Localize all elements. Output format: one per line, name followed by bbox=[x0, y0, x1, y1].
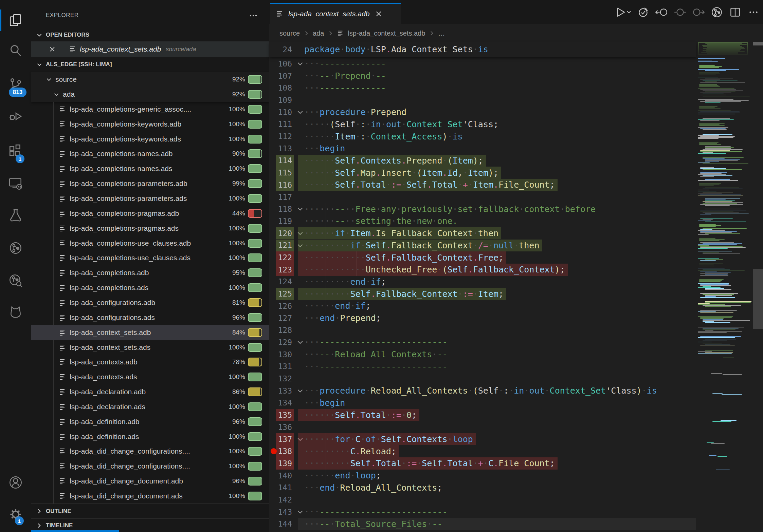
line-number[interactable]: 108 bbox=[276, 82, 294, 94]
explorer-icon[interactable] bbox=[0, 5, 31, 36]
code-line[interactable]: 138·········C.Reload; bbox=[269, 445, 763, 457]
code-line[interactable]: 131···------------------------- bbox=[269, 361, 763, 373]
code-line[interactable]: 129···------------------------- bbox=[269, 336, 763, 348]
tree-item-file[interactable]: lsp-ada_completions.adb 95% bbox=[31, 265, 269, 280]
code-text[interactable]: ···--·Total_Source_Files·-- bbox=[298, 518, 445, 530]
line-number[interactable]: 132 bbox=[276, 373, 294, 385]
commit-graph-icon[interactable] bbox=[0, 232, 31, 264]
line-number[interactable]: 119 bbox=[276, 215, 294, 227]
line-number[interactable]: 136 bbox=[276, 421, 294, 433]
tree-item-file[interactable]: lsp-ada_completions-parameters.adb 99% bbox=[31, 176, 269, 191]
code-text[interactable]: ···--·Reload_All_Contexts·-- bbox=[298, 348, 450, 361]
code-text[interactable]: ···------------------------- bbox=[298, 336, 450, 348]
line-number[interactable]: 141 bbox=[276, 482, 294, 494]
line-number[interactable]: 134 bbox=[276, 397, 294, 409]
tree-item-file[interactable]: lsp-ada_did_change_configurations.... 10… bbox=[31, 459, 269, 474]
code-line[interactable]: 116······Self.Total·:=·Self.Total·+·Item… bbox=[269, 179, 763, 191]
line-number[interactable]: 111 bbox=[276, 118, 294, 131]
line-number[interactable]: 121 bbox=[276, 240, 294, 252]
code-text[interactable] bbox=[298, 373, 307, 385]
code-text[interactable]: ·····(Self·:·in·out·Context_Set'Class; bbox=[298, 118, 501, 131]
code-line[interactable]: 127···end·Prepend; bbox=[269, 312, 763, 324]
tree-item-file[interactable]: lsp-ada_contexts.ads 100% bbox=[31, 369, 269, 384]
tree-item-file[interactable]: lsp-ada_completions-names.ads 100% bbox=[31, 161, 269, 176]
line-number[interactable]: 131 bbox=[276, 361, 294, 373]
code-text[interactable]: ············Unchecked_Free·(Self.Fallbac… bbox=[298, 264, 568, 276]
code-line[interactable]: 126······end·if; bbox=[269, 300, 763, 312]
code-line[interactable]: 124·········end·if; bbox=[269, 276, 763, 288]
tree-item-file[interactable]: lsp-ada_did_change_configurations.... 10… bbox=[31, 444, 269, 459]
tree-item-file[interactable]: lsp-ada_did_change_document.ads 100% bbox=[31, 489, 269, 504]
tree-item-file[interactable]: lsp-ada_definition.ads 100% bbox=[31, 429, 269, 444]
tree-item-file[interactable]: lsp-ada_contexts.adb 78% bbox=[31, 355, 269, 369]
code-text[interactable]: ······end·if; bbox=[298, 300, 374, 312]
code-text[interactable]: ······--··Free·any·previously·set·fallba… bbox=[298, 203, 598, 215]
tree-item-file[interactable]: lsp-ada_completions-pragmas.adb 44% bbox=[31, 206, 269, 221]
run-debug-icon[interactable] bbox=[0, 101, 31, 133]
line-number[interactable]: 127 bbox=[276, 312, 294, 324]
line-number[interactable]: 113 bbox=[276, 142, 294, 155]
tree-folder-source[interactable]: source 92% bbox=[31, 72, 269, 87]
code-line[interactable]: 135······Self.Total·:=·0; bbox=[269, 409, 763, 421]
remote-explorer-icon[interactable] bbox=[0, 168, 31, 199]
code-line[interactable]: 107···--·Prepend·-- bbox=[269, 70, 763, 82]
code-text[interactable] bbox=[298, 94, 307, 106]
code-line[interactable]: 121·········if·Self.Fallback_Context·/=·… bbox=[269, 240, 763, 252]
line-number[interactable]: 126 bbox=[276, 300, 294, 312]
code-text[interactable]: ···------------------------- bbox=[298, 506, 450, 518]
line-number[interactable]: 125 bbox=[276, 288, 294, 300]
line-number[interactable]: 116 bbox=[276, 179, 294, 191]
code-line[interactable]: 115······Self.Map.Insert·(Item.Id,·Item)… bbox=[269, 167, 763, 179]
code-text[interactable]: ·········Self.Fallback_Context·:=·Item; bbox=[298, 288, 506, 300]
line-number[interactable]: 142 bbox=[276, 494, 294, 506]
tree-item-file[interactable]: lsp-ada_declaration.ads 100% bbox=[31, 399, 269, 414]
code-text[interactable]: ······Self.Total·:=·Self.Total·+·Item.Fi… bbox=[298, 179, 558, 191]
code-text[interactable]: ············Self.Fallback_Context.Free; bbox=[298, 251, 506, 264]
line-number[interactable]: 117 bbox=[276, 191, 294, 203]
line-number[interactable]: 128 bbox=[276, 324, 294, 336]
code-text[interactable]: ······Self.Contexts.Prepend·(Item); bbox=[298, 155, 486, 167]
code-text[interactable]: ···end·Prepend; bbox=[298, 312, 384, 324]
tree-item-file[interactable]: lsp-ada_completions-use_clauses.adb 100% bbox=[31, 236, 269, 251]
tree-item-file[interactable]: lsp-ada_completions-keywords.ads 100% bbox=[31, 132, 269, 147]
line-number[interactable]: 109 bbox=[276, 94, 294, 106]
code-text[interactable]: ······Self.Total·:=·0; bbox=[298, 409, 419, 421]
line-number[interactable]: 140 bbox=[276, 470, 294, 482]
code-line[interactable]: 113···begin bbox=[269, 142, 763, 155]
tree-item-file[interactable]: lsp-ada_completions-names.adb 90% bbox=[31, 147, 269, 162]
code-text[interactable] bbox=[298, 494, 307, 506]
code-line[interactable]: 143···------------------------- bbox=[269, 506, 763, 518]
code-line[interactable]: 123············Unchecked_Free·(Self.Fall… bbox=[269, 264, 763, 276]
code-text[interactable]: ······Item·:·Context_Access)·is bbox=[298, 130, 466, 142]
code-area[interactable]: 106···-------------107···--·Prepend·--10… bbox=[269, 0, 763, 532]
tree-item-file[interactable]: lsp-ada_context_sets.ads 100% bbox=[31, 340, 269, 355]
tree-item-file[interactable]: lsp-ada_completions-pragmas.ads 100% bbox=[31, 221, 269, 236]
line-number[interactable]: 118 bbox=[276, 203, 294, 215]
code-line[interactable]: 110···procedure·Prepend bbox=[269, 106, 763, 118]
code-line[interactable]: 120······if·Item.Is_Fallback_Context·the… bbox=[269, 227, 763, 240]
code-text[interactable]: ···------------- bbox=[298, 58, 389, 70]
code-line[interactable]: 122············Self.Fallback_Context.Fre… bbox=[269, 251, 763, 264]
minimap[interactable] bbox=[696, 29, 751, 532]
code-text[interactable]: ···procedure·Prepend bbox=[298, 106, 409, 118]
code-text[interactable]: ···--·Prepend·-- bbox=[298, 70, 389, 82]
code-text[interactable]: ······--··setting·the·new·one. bbox=[298, 215, 460, 227]
code-text[interactable]: ···begin bbox=[298, 397, 348, 409]
line-number[interactable]: 120 bbox=[276, 227, 294, 240]
code-line[interactable]: 140······end·loop; bbox=[269, 470, 763, 482]
remote-status-badge[interactable] bbox=[31, 530, 119, 532]
tree-item-file[interactable]: lsp-ada_completions-keywords.adb 100% bbox=[31, 117, 269, 132]
code-text[interactable] bbox=[298, 191, 307, 203]
code-text[interactable]: ···begin bbox=[298, 142, 348, 155]
line-number[interactable]: 107 bbox=[276, 70, 294, 82]
line-number[interactable]: 112 bbox=[276, 130, 294, 142]
code-text[interactable] bbox=[298, 324, 307, 336]
line-number[interactable]: 106 bbox=[276, 58, 294, 70]
commit-graph-search-icon[interactable] bbox=[0, 265, 31, 296]
line-number[interactable]: 114 bbox=[276, 155, 294, 167]
line-number[interactable]: 24 bbox=[276, 43, 294, 56]
outline-section-header[interactable]: OUTLINE bbox=[31, 504, 269, 518]
line-number[interactable]: 133 bbox=[276, 385, 294, 397]
code-line[interactable]: 109 bbox=[269, 94, 763, 106]
code-line[interactable]: 108···------------- bbox=[269, 82, 763, 94]
